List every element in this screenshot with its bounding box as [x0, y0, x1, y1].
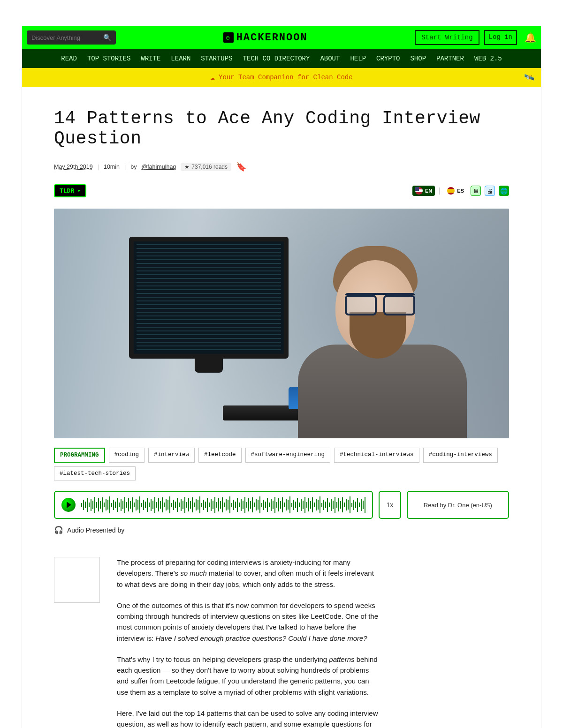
- tag-list: PROGRAMMING #coding #interview #leetcode…: [54, 448, 509, 480]
- author-link[interactable]: @fahimulhaq: [141, 164, 176, 170]
- tag-technical-interviews[interactable]: #technical-interviews: [334, 448, 419, 463]
- tag-programming[interactable]: PROGRAMMING: [54, 448, 105, 463]
- flag-us-icon: [415, 187, 423, 195]
- audio-player-row: 1x Read by Dr. One (en-US): [54, 491, 509, 519]
- article-meta: May 29th 2019 | 10min | by @fahimulhaq ★…: [54, 162, 509, 172]
- read-time: 10min: [104, 164, 120, 170]
- tag-latest-tech-stories[interactable]: #latest-tech-stories: [54, 466, 136, 480]
- promo-text: Your Team Companion for Clean Code: [219, 74, 353, 81]
- audio-waveform-box[interactable]: [54, 491, 373, 519]
- satellite-icon[interactable]: 🛰️: [524, 72, 534, 83]
- search-wrap[interactable]: 🔍: [27, 30, 116, 45]
- monitor-illustration: [129, 237, 289, 359]
- start-writing-button[interactable]: Start Writing: [415, 30, 479, 45]
- reads-count: ★ 737,016 reads: [181, 163, 231, 171]
- publish-date[interactable]: May 29th 2019: [54, 164, 93, 170]
- tag-interview[interactable]: #interview: [148, 448, 195, 463]
- voice-selector[interactable]: Read by Dr. One (en-US): [407, 491, 509, 519]
- cloud-icon: ☁: [210, 73, 215, 82]
- play-button[interactable]: [61, 498, 76, 512]
- nav-top-stories[interactable]: TOP STORIES: [87, 55, 130, 62]
- playback-speed-button[interactable]: 1x: [379, 491, 401, 519]
- tag-coding[interactable]: #coding: [109, 448, 145, 463]
- bookmark-icon[interactable]: 🔖: [236, 162, 246, 172]
- tldr-button[interactable]: TLDR ▾: [54, 184, 86, 197]
- search-icon[interactable]: 🔍: [103, 34, 111, 41]
- tag-leetcode[interactable]: #leetcode: [198, 448, 242, 463]
- nav-learn[interactable]: LEARN: [171, 55, 190, 62]
- nav-web25[interactable]: WEB 2.5: [474, 55, 502, 62]
- nav-partner[interactable]: PARTNER: [436, 55, 464, 62]
- tag-software-engineering[interactable]: #software-engineering: [245, 448, 331, 463]
- nav-read[interactable]: READ: [61, 55, 77, 62]
- tag-coding-interviews[interactable]: #coding-interviews: [423, 448, 498, 463]
- clock-pixel-icon: ◷: [223, 32, 234, 43]
- article-body: The process of preparing for coding inte…: [117, 557, 380, 728]
- headphones-icon: 🎧: [54, 525, 63, 534]
- brand-text: HACKERNOON: [236, 32, 308, 44]
- main-nav: READ TOP STORIES WRITE LEARN STARTUPS TE…: [22, 49, 541, 68]
- nav-write[interactable]: WRITE: [141, 55, 160, 62]
- nav-tech-co-directory[interactable]: TECH CO DIRECTORY: [243, 55, 310, 62]
- nav-startups[interactable]: STARTUPS: [201, 55, 232, 62]
- nav-about[interactable]: ABOUT: [320, 55, 340, 62]
- notifications-bell-icon[interactable]: 🔔: [525, 32, 536, 43]
- reader-mode-icon[interactable]: 🖥: [471, 186, 481, 196]
- author-avatar-placeholder[interactable]: [54, 557, 100, 603]
- nav-shop[interactable]: SHOP: [410, 55, 426, 62]
- audio-presented-by: 🎧 Audio Presented by: [54, 525, 509, 534]
- lang-es-pill[interactable]: ES: [444, 186, 467, 196]
- star-icon: ★: [184, 164, 190, 170]
- brand-logo-title[interactable]: ◷ HACKERNOON: [121, 32, 410, 44]
- print-icon[interactable]: 🖨: [485, 186, 495, 196]
- chevron-down-icon: ▾: [77, 187, 81, 195]
- by-label: by: [130, 164, 137, 170]
- promo-banner[interactable]: ☁ Your Team Companion for Clean Code 🛰️: [22, 68, 541, 87]
- hero-image: [54, 209, 509, 438]
- lang-en-pill[interactable]: EN: [412, 186, 435, 196]
- nav-help[interactable]: HELP: [350, 55, 366, 62]
- article-title: 14 Patterns to Ace Any Coding Interview …: [54, 108, 509, 149]
- search-input[interactable]: [31, 34, 103, 41]
- audio-waveform[interactable]: [81, 496, 365, 513]
- login-button[interactable]: Log in: [484, 30, 517, 45]
- nav-crypto[interactable]: CRYPTO: [376, 55, 400, 62]
- flag-es-icon: [447, 187, 455, 195]
- globe-icon[interactable]: 🌐: [499, 186, 509, 196]
